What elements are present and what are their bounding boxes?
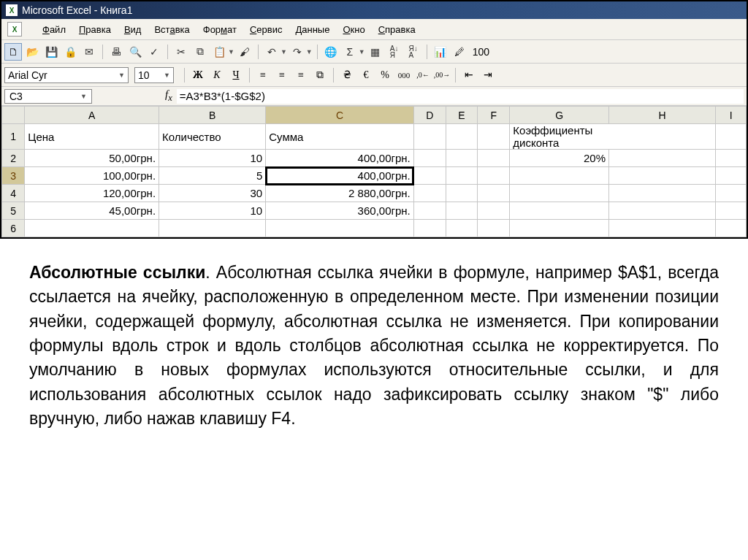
menu-view[interactable]: Вид — [124, 24, 142, 35]
sort-control-icon[interactable]: ▦ — [367, 43, 384, 61]
autosum-icon[interactable]: Σ — [341, 43, 359, 61]
cell-I3[interactable] — [716, 167, 747, 185]
cell-F6[interactable] — [478, 220, 510, 237]
name-box[interactable]: C3 ▼ — [4, 89, 92, 104]
col-header-C[interactable]: C — [266, 107, 414, 124]
cell-B5[interactable]: 10 — [159, 202, 266, 220]
copy-icon[interactable]: ⧉ — [191, 43, 209, 61]
cell-E1[interactable] — [446, 124, 478, 150]
col-header-G[interactable]: G — [510, 107, 609, 124]
open-icon[interactable]: 📂 — [23, 43, 41, 61]
cell-A1[interactable]: Цена — [25, 124, 159, 150]
spelling-icon[interactable]: ✓ — [145, 43, 163, 61]
col-header-F[interactable]: F — [478, 107, 510, 124]
zoom-value[interactable]: 100 — [473, 46, 489, 58]
redo-icon[interactable]: ↷ — [289, 43, 306, 61]
italic-icon[interactable]: К — [208, 67, 226, 83]
menu-data[interactable]: Данные — [295, 24, 329, 35]
cell-H5[interactable] — [609, 202, 716, 220]
cell-D1[interactable] — [413, 124, 446, 150]
menu-window[interactable]: Окно — [343, 24, 365, 35]
cell-C5[interactable]: 360,00грн. — [266, 202, 414, 220]
cell-C1[interactable]: Сумма — [266, 124, 414, 150]
cell-D6[interactable] — [413, 220, 446, 237]
cell-B4[interactable]: 30 — [159, 185, 266, 202]
decrease-decimal-icon[interactable]: ,00→ — [433, 67, 451, 83]
cell-B1[interactable]: Количество — [159, 124, 266, 150]
merge-cells-icon[interactable]: ⧉ — [311, 67, 329, 83]
format-painter-icon[interactable]: 🖌 — [236, 43, 253, 61]
cell-D3[interactable] — [413, 167, 446, 185]
cell-E5[interactable] — [446, 202, 478, 220]
cell-B2[interactable]: 10 — [159, 150, 266, 167]
cell-G3[interactable] — [510, 167, 609, 185]
cell-G5[interactable] — [510, 202, 609, 220]
menu-insert[interactable]: Вставка — [154, 24, 189, 35]
print-icon[interactable]: 🖶 — [107, 43, 125, 61]
cell-D2[interactable] — [413, 150, 446, 167]
fx-icon[interactable]: fx — [165, 88, 172, 104]
cell-H6[interactable] — [609, 220, 716, 237]
cell-C2[interactable]: 400,00грн. — [266, 150, 414, 167]
menu-format[interactable]: Формат — [203, 24, 237, 35]
cell-F3[interactable] — [478, 167, 510, 185]
cell-H3[interactable] — [609, 167, 716, 185]
cell-H2[interactable] — [609, 150, 716, 167]
row-header[interactable]: 6 — [2, 220, 25, 237]
cell-E2[interactable] — [446, 150, 478, 167]
align-right-icon[interactable]: ≡ — [292, 67, 310, 83]
euro-icon[interactable]: € — [357, 67, 375, 83]
undo-icon[interactable]: ↶ — [263, 43, 280, 61]
menu-help[interactable]: Справка — [378, 24, 416, 35]
new-icon[interactable]: 🗋 — [4, 43, 22, 61]
percent-icon[interactable]: % — [376, 67, 394, 83]
cell-H4[interactable] — [609, 185, 716, 202]
cell-G1[interactable]: Коэффициенты дисконта — [510, 124, 609, 150]
menu-tools[interactable]: Сервис — [250, 24, 283, 35]
cut-icon[interactable]: ✂ — [172, 43, 190, 61]
cell-C4[interactable]: 2 880,00грн. — [266, 185, 414, 202]
cell-G2[interactable]: 20% — [510, 150, 609, 167]
cell-A2[interactable]: 50,00грн. — [25, 150, 159, 167]
cell-I6[interactable] — [716, 220, 747, 237]
align-center-icon[interactable]: ≡ — [273, 67, 291, 83]
cell-A3[interactable]: 100,00грн. — [25, 167, 159, 185]
cell-E6[interactable] — [446, 220, 478, 237]
row-header[interactable]: 4 — [2, 185, 25, 202]
paste-dropdown-icon[interactable]: ▼ — [228, 48, 234, 55]
save-icon[interactable]: 💾 — [42, 43, 60, 61]
col-header-D[interactable]: D — [413, 107, 446, 124]
redo-dropdown-icon[interactable]: ▼ — [306, 48, 313, 55]
decrease-indent-icon[interactable]: ⇤ — [460, 67, 478, 83]
cell-B3[interactable]: 5 — [159, 167, 266, 185]
cell-F2[interactable] — [478, 150, 510, 167]
font-selector[interactable]: Arial Cyr ▼ — [4, 67, 129, 83]
formula-input[interactable]: =A3*B3*(1-$G$2) — [177, 89, 744, 104]
permission-icon[interactable]: 🔒 — [61, 43, 79, 61]
email-icon[interactable]: ✉ — [80, 43, 98, 61]
hyperlink-icon[interactable]: 🌐 — [322, 43, 340, 61]
undo-dropdown-icon[interactable]: ▼ — [280, 48, 287, 55]
cell-E3[interactable] — [446, 167, 478, 185]
sort-asc-icon[interactable]: А↓Я — [386, 43, 403, 61]
menu-edit[interactable]: Правка — [79, 24, 111, 35]
cell-F5[interactable] — [478, 202, 510, 220]
cell-E4[interactable] — [446, 185, 478, 202]
currency-icon[interactable]: ₴ — [338, 67, 356, 83]
workbook-icon[interactable]: X — [7, 22, 22, 37]
row-header[interactable]: 3 — [2, 167, 25, 185]
select-all-corner[interactable] — [2, 107, 25, 124]
cell-B6[interactable] — [159, 220, 266, 237]
sort-desc-icon[interactable]: Я↓А — [405, 43, 422, 61]
bold-icon[interactable]: Ж — [189, 67, 207, 83]
cell-H1[interactable] — [609, 124, 716, 150]
cell-A6[interactable] — [25, 220, 159, 237]
font-size-selector[interactable]: 10 ▼ — [134, 67, 174, 83]
menu-file[interactable]: Файл — [42, 24, 66, 35]
cell-F4[interactable] — [478, 185, 510, 202]
cell-D4[interactable] — [413, 185, 446, 202]
col-header-H[interactable]: H — [609, 107, 716, 124]
row-header[interactable]: 5 — [2, 202, 25, 220]
cell-A4[interactable]: 120,00грн. — [25, 185, 159, 202]
row-header[interactable]: 2 — [2, 150, 25, 167]
